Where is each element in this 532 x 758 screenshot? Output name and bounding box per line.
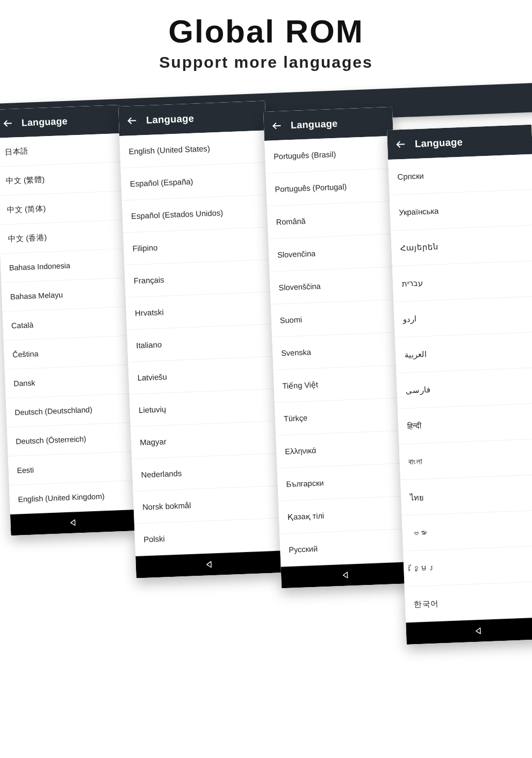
list-item[interactable]: Deutsch (Österreich) [7, 423, 133, 457]
list-item[interactable]: Tiếng Việt [273, 365, 403, 403]
list-item[interactable]: Bahasa Melayu [1, 278, 127, 312]
list-item[interactable]: Italiano [127, 324, 275, 362]
phone-screen-4: Language Српски Українська Հայերեն עברית… [387, 125, 532, 645]
list-item-label: Қазақ тілі [287, 511, 325, 521]
phone-stage: Language 日本語 中文 (繁體) 中文 (简体) 中文 (香港) Bah… [0, 0, 532, 758]
list-item[interactable]: Polski [134, 518, 282, 556]
list-item-label: ខ្មែរ [412, 563, 435, 573]
svg-line-2 [4, 123, 11, 124]
list-item-label: Français [133, 275, 164, 285]
list-item-label: Português (Portugal) [275, 182, 347, 194]
list-item[interactable]: Español (Estados Unidos) [122, 195, 270, 233]
list-item[interactable]: Português (Portugal) [265, 169, 396, 206]
appbar-title: Language [21, 116, 68, 128]
list-item-label: Русский [289, 545, 318, 554]
list-item[interactable]: Lietuvių [130, 389, 277, 427]
back-icon[interactable] [395, 139, 406, 150]
list-item[interactable]: ខ្មែរ [403, 546, 532, 587]
language-list: 日本語 中文 (繁體) 中文 (简体) 中文 (香港) Bahasa Indon… [0, 133, 135, 514]
list-item[interactable]: Català [2, 307, 128, 341]
back-icon[interactable] [126, 115, 138, 126]
phone-screen-1: Language 日本語 中文 (繁體) 中文 (简体) 中文 (香港) Bah… [0, 105, 136, 535]
list-item[interactable]: 中文 (香港) [0, 220, 125, 254]
list-item[interactable]: Filipino [123, 227, 271, 266]
list-item[interactable]: Українська [390, 190, 532, 231]
list-item-label: Bahasa Melayu [10, 290, 63, 301]
list-item[interactable]: 日本語 [0, 133, 122, 167]
nav-back-icon[interactable] [69, 518, 77, 527]
list-item-label: English (United Kingdom) [18, 492, 105, 504]
list-item[interactable]: Қазақ тілі [278, 496, 408, 534]
list-item-label: 日本語 [4, 146, 28, 157]
list-item[interactable]: ไทย [400, 475, 532, 516]
list-item[interactable]: हिन्दी [398, 403, 532, 445]
svg-marker-7 [343, 572, 347, 578]
list-item[interactable]: Bahasa Indonesia [0, 249, 126, 283]
list-item-label: עברית [401, 278, 423, 288]
list-item[interactable]: Português (Brasil) [264, 136, 394, 174]
list-item[interactable]: Suomi [271, 300, 401, 338]
list-item[interactable]: English (United Kingdom) [9, 481, 135, 514]
back-icon[interactable] [2, 118, 13, 128]
list-item[interactable]: Čeština [4, 336, 130, 370]
list-item-label: Italiano [136, 340, 162, 350]
list-item[interactable]: Magyar [131, 421, 278, 460]
list-item-label: Română [276, 217, 306, 226]
list-item[interactable]: Hrvatski [126, 292, 274, 330]
list-item-label: 中文 (香港) [8, 232, 47, 244]
list-item[interactable]: 한국어 [405, 582, 532, 623]
back-icon[interactable] [271, 120, 283, 132]
android-navbar [281, 562, 411, 588]
list-item[interactable]: Dansk [5, 365, 131, 399]
list-item-label: Magyar [140, 437, 167, 447]
list-item[interactable]: עברית [392, 261, 532, 302]
list-item-label: العربية [404, 350, 427, 360]
nav-back-icon[interactable] [205, 560, 214, 569]
language-list: English (United States) Español (España)… [119, 131, 282, 556]
list-item-label: فارسی [406, 385, 430, 395]
list-item-label: Español (Estados Unidos) [131, 209, 224, 221]
list-item-label: Nederlands [141, 469, 182, 479]
list-item[interactable]: Türkçe [275, 398, 405, 435]
list-item[interactable]: Deutsch (Deutschland) [6, 394, 132, 428]
list-item-label: Español (España) [130, 177, 193, 188]
list-item-label: हिन्दी [407, 421, 421, 431]
list-item-label: Հայերեն [400, 242, 438, 253]
list-item[interactable]: 中文 (简体) [0, 191, 124, 225]
list-item-label: ไทย [409, 491, 423, 504]
list-item-label: English (United States) [128, 144, 210, 156]
list-item[interactable]: Български [277, 463, 407, 501]
phone-screen-2: Language English (United States) Español… [118, 101, 283, 578]
nav-back-icon[interactable] [474, 626, 483, 635]
list-item[interactable]: اردو [393, 297, 532, 338]
language-list: Português (Brasil) Português (Portugal) … [264, 136, 409, 567]
list-item[interactable]: Latviešu [128, 356, 276, 395]
list-item[interactable]: Svenska [272, 332, 402, 370]
list-item[interactable]: Français [124, 260, 272, 298]
list-item[interactable]: Slovenčina [268, 234, 398, 272]
list-item[interactable]: বাংলা [399, 439, 532, 481]
list-item[interactable]: Српски [388, 154, 532, 196]
list-item[interactable]: Հայերեն [391, 225, 532, 267]
list-item[interactable]: Slovenščina [269, 267, 399, 305]
list-item[interactable]: English (United States) [119, 131, 267, 169]
list-item-label: Filipino [132, 243, 157, 253]
list-item[interactable]: 中文 (繁體) [0, 162, 123, 196]
list-item-label: Ελληνικά [285, 446, 317, 456]
list-item[interactable]: العربية [395, 332, 532, 374]
list-item[interactable]: Eesti [8, 452, 134, 485]
list-item[interactable]: Norsk bokmål [133, 486, 281, 524]
list-item-label: Deutsch (Deutschland) [15, 405, 92, 417]
list-item[interactable]: Nederlands [132, 454, 279, 492]
list-item[interactable]: Русский [279, 529, 409, 567]
list-item[interactable]: فارسی [396, 368, 532, 409]
language-list: Српски Українська Հայերեն עברית اردو الع… [388, 154, 532, 623]
list-item[interactable]: Ελληνικά [276, 431, 406, 468]
list-item-label: Dansk [13, 378, 35, 388]
list-item[interactable]: ဗမာ [402, 510, 532, 552]
list-item[interactable]: Română [267, 202, 397, 239]
nav-back-icon[interactable] [341, 570, 350, 580]
list-item-label: Português (Brasil) [274, 150, 336, 161]
list-item[interactable]: Español (España) [120, 163, 268, 201]
list-item-label: Bahasa Indonesia [9, 261, 70, 272]
